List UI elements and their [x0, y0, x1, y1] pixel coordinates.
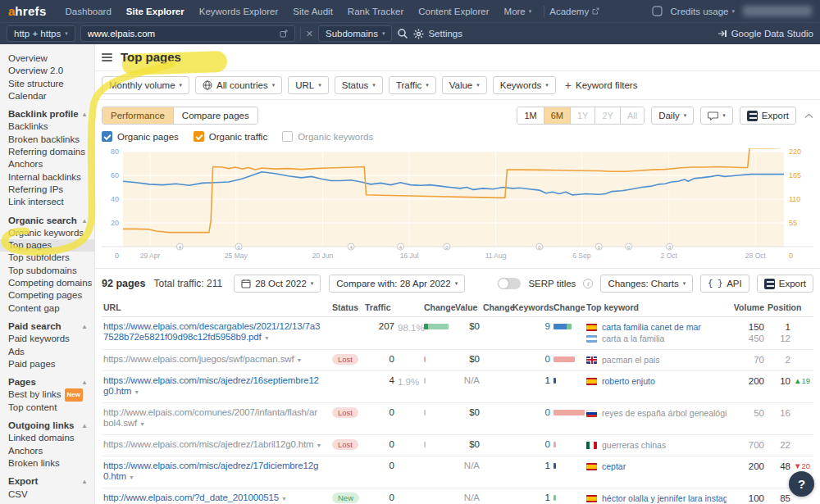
keywords-cell[interactable]: 0 — [511, 435, 552, 454]
sidebar-item-calendar[interactable]: Calendar — [0, 90, 94, 102]
checkbox-organic-pages[interactable] — [102, 131, 112, 142]
filter-keywords[interactable]: Keywords▾ — [493, 76, 556, 94]
filter-status[interactable]: Status▾ — [335, 76, 383, 94]
api-button[interactable]: { } API — [700, 275, 749, 293]
target-domain-field[interactable] — [80, 25, 295, 42]
sidebar-item-broken-backlinks[interactable]: Broken backlinks — [0, 134, 94, 146]
add-keyword-filters-button[interactable]: + Keyword filters — [565, 79, 638, 92]
compare-date-button[interactable]: Compare with: 28 Apr 2022 ▾ — [329, 275, 465, 293]
sidebar-item-link-intersect[interactable]: Link intersect — [0, 196, 94, 208]
filter-url[interactable]: URL▾ — [288, 76, 329, 94]
page-url-link[interactable]: http://www.elpais.com/?d_date_201000515 — [103, 493, 279, 502]
sidebar-item-top-subdomains[interactable]: Top subdomains — [0, 265, 94, 277]
target-domain-input[interactable] — [88, 29, 276, 39]
clear-target-icon[interactable]: ✕ — [306, 29, 313, 39]
sidebar-item-top-pages[interactable]: Top pages — [0, 239, 94, 252]
column-header-position[interactable]: Position — [766, 298, 792, 316]
column-header-keywords[interactable]: Keywords — [511, 298, 552, 316]
page-url-link[interactable]: https://www.elpais.com/misc/ajedrez/1abr… — [103, 439, 313, 449]
date-picker-button[interactable]: 28 Oct 2022 ▾ — [234, 275, 321, 293]
chevron-down-icon[interactable]: ▼ — [296, 357, 302, 363]
sidebar-item-site-structure[interactable]: Site structure — [0, 78, 94, 90]
nav-item-site-audit[interactable]: Site Audit — [285, 0, 340, 22]
appearance-icon[interactable] — [652, 6, 663, 16]
sidebar-item-overview-2-0[interactable]: Overview 2.0 — [0, 65, 94, 77]
legend-organic-keywords[interactable]: Organic keywords — [282, 131, 373, 142]
column-header-volume[interactable]: Volume — [728, 298, 766, 316]
column-header-tchange[interactable]: Change — [422, 298, 453, 316]
range-6m[interactable]: 6M — [544, 107, 570, 124]
sidebar-header-backlink-profile[interactable]: Backlink profile▴ — [0, 108, 94, 120]
sidebar-item-broken-links[interactable]: Broken links — [0, 457, 94, 470]
sidebar-item-competing-pages[interactable]: Competing pages — [0, 289, 94, 302]
hamburger-menu-icon[interactable] — [102, 53, 112, 61]
sidebar-item-backlinks[interactable]: Backlinks — [0, 120, 94, 133]
sidebar-item-organic-keywords[interactable]: Organic keywords — [0, 227, 94, 239]
sidebar-item-top-subfolders[interactable]: Top subfolders — [0, 252, 94, 264]
chevron-down-icon[interactable]: ▼ — [281, 496, 287, 502]
table-export-button[interactable]: Export — [757, 275, 813, 293]
sidebar-item-ads[interactable]: Ads — [0, 346, 94, 358]
sidebar-header-export[interactable]: Export▴ — [0, 475, 94, 488]
column-header-value[interactable]: Value — [453, 298, 481, 316]
nav-item-rank-tracker[interactable]: Rank Tracker — [340, 0, 411, 22]
collapse-chart-icon[interactable] — [804, 111, 813, 120]
top-keyword-link[interactable]: héctor olalla y jennifer lara instagram — [602, 493, 727, 504]
ahrefs-logo[interactable]: ahrefs — [8, 4, 47, 18]
filter-value[interactable]: Value▾ — [442, 76, 487, 94]
user-account-blurred[interactable] — [743, 6, 812, 16]
search-icon[interactable] — [397, 28, 408, 39]
page-url-link[interactable]: https://www.elpais.com/misc/ajedrez/17di… — [103, 461, 318, 481]
settings-button[interactable]: Settings — [413, 29, 462, 39]
nav-item-more[interactable]: More▾ — [497, 0, 540, 22]
sidebar-item-referring-ips[interactable]: Referring IPs — [0, 184, 94, 196]
column-header-url[interactable]: URL — [102, 298, 330, 316]
open-in-new-tab-icon[interactable] — [280, 30, 288, 38]
checkbox-organic-keywords[interactable] — [282, 131, 293, 142]
granularity-select[interactable]: Daily ▾ — [651, 107, 694, 125]
sidebar-item-overview[interactable]: Overview — [0, 52, 94, 65]
nav-item-site-explorer[interactable]: Site Explorer — [119, 0, 192, 22]
column-header-traffic[interactable]: Traffic — [363, 298, 396, 316]
sidebar-item-paid-pages[interactable]: Paid pages — [0, 358, 94, 370]
column-header-vchange[interactable]: Change — [481, 298, 511, 316]
sidebar-item-content-gap[interactable]: Content gap — [0, 302, 94, 315]
page-url-link[interactable]: https://www.elpais.com/descargables/2021… — [103, 321, 320, 342]
nav-item-keywords-explorer[interactable]: Keywords Explorer — [192, 0, 286, 22]
help-button[interactable]: ? — [789, 471, 814, 497]
nav-item-academy[interactable]: Academy — [549, 7, 599, 16]
serp-titles-toggle[interactable] — [498, 278, 521, 289]
chevron-down-icon[interactable]: ▼ — [139, 421, 145, 427]
sidebar-item-anchors[interactable]: Anchors — [0, 445, 94, 457]
credits-usage-menu[interactable]: Credits usage ▾ — [671, 7, 735, 16]
keywords-cell[interactable]: 0 — [511, 350, 552, 369]
checkbox-organic-traffic[interactable] — [194, 131, 204, 142]
sidebar-item-top-content[interactable]: Top content — [0, 402, 94, 414]
page-url-link[interactable]: http://www.elpais.com/comunes/2007/infan… — [103, 407, 317, 428]
tab-performance[interactable]: Performance — [102, 107, 173, 124]
sidebar-item-paid-keywords[interactable]: Paid keywords — [0, 333, 94, 345]
chart-export-button[interactable]: Export — [740, 107, 796, 125]
keywords-cell[interactable]: 0 — [511, 403, 552, 422]
top-keyword-link[interactable]: carta familia canet de mar — [602, 321, 701, 333]
sidebar-item-linked-domains[interactable]: Linked domains — [0, 432, 94, 444]
google-data-studio-link[interactable]: Google Data Studio — [718, 29, 813, 39]
sidebar-item-best-by-links[interactable]: Best by linksNew — [0, 388, 94, 401]
sidebar-item-competing-domains[interactable]: Competing domains — [0, 277, 94, 289]
protocol-select[interactable]: http + https ▾ — [7, 25, 75, 42]
sidebar-item-anchors[interactable]: Anchors — [0, 158, 94, 170]
range-1m[interactable]: 1M — [517, 107, 543, 124]
filter-monthly-volume[interactable]: Monthly volume▾ — [102, 76, 189, 94]
top-keyword-link[interactable]: ceptar — [602, 461, 626, 472]
legend-organic-pages[interactable]: Organic pages — [102, 131, 179, 142]
filter-all-countries[interactable]: All countries▾ — [195, 76, 282, 94]
chevron-down-icon[interactable]: ▼ — [134, 389, 139, 395]
column-header-topkw[interactable]: Top keyword — [585, 298, 728, 316]
page-url-link[interactable]: https://www.elpais.com/juegos/swf/pacman… — [103, 354, 294, 364]
top-keyword-link[interactable]: roberto enjuto — [602, 375, 655, 387]
sidebar-item-csv[interactable]: CSV — [0, 488, 94, 501]
annotations-button[interactable]: ▾ — [700, 107, 733, 125]
keywords-cell[interactable]: 9 — [511, 317, 552, 336]
changes-mode-select[interactable]: Changes: Charts ▾ — [600, 275, 693, 293]
sidebar-header-outgoing-links[interactable]: Outgoing links▴ — [0, 420, 94, 432]
